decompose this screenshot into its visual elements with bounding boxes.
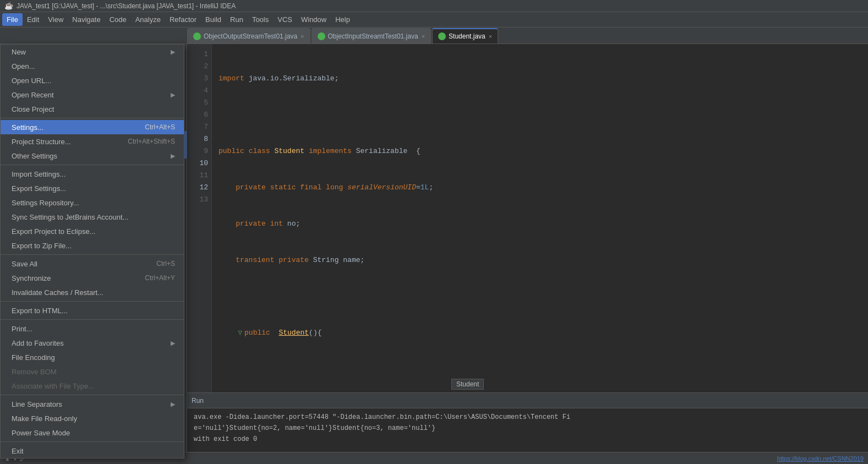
line-num-1: 1: [189, 48, 208, 61]
status-right: https://blog.csdn.net/CSNN2019: [777, 455, 864, 462]
menu-vcs[interactable]: VCS: [273, 13, 297, 26]
menu-open-recent-label: Open Recent: [12, 91, 54, 99]
menu-remove-bom[interactable]: Remove BOM: [1, 364, 184, 379]
menu-close-project[interactable]: Close Project: [1, 102, 184, 116]
tab-2-icon: [438, 32, 446, 40]
menu-line-separators[interactable]: Line Separators ▶: [1, 397, 184, 411]
sep-6: [1, 395, 184, 395]
tabs-bar: ObjectOutputStreamTest01.java × ObjectIn…: [0, 28, 868, 44]
tab-1-close[interactable]: ×: [422, 33, 425, 40]
menu-code[interactable]: Code: [105, 13, 131, 26]
menu-run[interactable]: Run: [226, 13, 248, 26]
menu-build[interactable]: Build: [201, 13, 226, 26]
menu-print-label: Print...: [12, 325, 32, 333]
line-numbers: 1 2 3 4 5 6 7 8 9 10 11 12 13: [187, 44, 212, 392]
menu-other-settings-arrow: ▶: [171, 152, 175, 160]
menu-project-structure-shortcut: Ctrl+Alt+Shift+S: [128, 138, 175, 145]
menu-open-recent[interactable]: Open Recent ▶: [1, 88, 184, 102]
line-num-7: 7: [189, 121, 208, 133]
code-line-9: [219, 363, 861, 375]
menu-line-separators-label: Line Separators: [12, 400, 62, 408]
menu-open-url[interactable]: Open URL...: [1, 73, 184, 88]
menu-power-save-label: Power Save Mode: [12, 429, 70, 437]
menu-power-save[interactable]: Power Save Mode: [1, 425, 184, 440]
menu-export-zip[interactable]: Export to Zip File...: [1, 238, 184, 253]
menu-make-read-only[interactable]: Make File Read-only: [1, 411, 184, 425]
menu-settings[interactable]: Settings... Ctrl+Alt+S: [1, 120, 184, 134]
menu-settings-repo[interactable]: Settings Repository...: [1, 195, 184, 210]
menu-save-all-label: Save All: [12, 260, 37, 268]
menu-bar: File Edit View Navigate Code Analyze Ref…: [0, 12, 868, 28]
line-num-5: 5: [189, 97, 208, 109]
menu-edit[interactable]: Edit: [23, 13, 43, 26]
menu-tools[interactable]: Tools: [248, 13, 273, 26]
menu-synchronize[interactable]: Synchronize Ctrl+Alt+Y: [1, 271, 184, 285]
tab-2-close[interactable]: ×: [489, 33, 492, 40]
menu-open-recent-arrow: ▶: [171, 91, 175, 99]
menu-window[interactable]: Window: [297, 13, 331, 26]
menu-import-settings[interactable]: Import Settings...: [1, 167, 184, 181]
sidebar: New ▶ Open... Open URL... Open Recent ▶ …: [0, 44, 187, 464]
line-num-8: 8: [189, 133, 208, 145]
menu-import-settings-label: Import Settings...: [12, 170, 65, 178]
menu-associate-file-type[interactable]: Associate with File Type...: [1, 379, 184, 393]
tab-1[interactable]: ObjectInputStreamtTest01.java ×: [312, 28, 432, 43]
sep-7: [1, 441, 184, 442]
menu-new[interactable]: New ▶: [1, 45, 184, 59]
title-text: JAVA_test1 [G:\JAVA_test] - ...\src\Stud…: [17, 2, 236, 10]
tab-0[interactable]: ObjectOutputStreamTest01.java ×: [187, 28, 310, 43]
menu-add-favorites[interactable]: Add to Favorites ▶: [1, 336, 184, 350]
code-line-7: [219, 291, 861, 303]
menu-open-url-label: Open URL...: [12, 77, 51, 85]
menu-invalidate-caches[interactable]: Invalidate Caches / Restart...: [1, 285, 184, 299]
menu-export-eclipse[interactable]: Export Project to Eclipse...: [1, 224, 184, 238]
tab-0-label: ObjectOutputStreamTest01.java: [204, 32, 297, 40]
tooltip: Student: [451, 379, 484, 390]
menu-analyze[interactable]: Analyze: [131, 13, 165, 26]
line-num-3: 3: [189, 73, 208, 85]
menu-add-favorites-label: Add to Favorites: [12, 339, 64, 347]
sep-1: [1, 118, 184, 118]
menu-settings-label: Settings...: [12, 123, 43, 132]
menu-view[interactable]: View: [43, 13, 68, 26]
menu-print[interactable]: Print...: [1, 321, 184, 336]
menu-export-html[interactable]: Export to HTML...: [1, 303, 184, 318]
line-num-2: 2: [189, 61, 208, 73]
menu-export-settings[interactable]: Export Settings...: [1, 181, 184, 195]
menu-other-settings[interactable]: Other Settings ▶: [1, 149, 184, 163]
app-icon: ☕: [4, 2, 13, 10]
sep-5: [1, 319, 184, 320]
tab-2[interactable]: Student.java ×: [432, 28, 498, 43]
menu-settings-shortcut: Ctrl+Alt+S: [145, 123, 175, 131]
code-line-1: import java.io.Serializable;: [219, 73, 861, 85]
code-content[interactable]: import java.io.Serializable; public clas…: [212, 44, 868, 392]
menu-close-project-label: Close Project: [12, 105, 54, 113]
file-dropdown-menu: New ▶ Open... Open URL... Open Recent ▶ …: [0, 44, 184, 458]
menu-file-encoding[interactable]: File Encoding: [1, 350, 184, 364]
menu-help[interactable]: Help: [331, 13, 354, 26]
menu-settings-repo-label: Settings Repository...: [12, 199, 79, 207]
menu-save-all-shortcut: Ctrl+S: [156, 260, 175, 268]
menu-refactor[interactable]: Refactor: [165, 13, 201, 26]
console-line-1: ava.exe -Didea.launcher.port=57448 "-Did…: [194, 412, 861, 423]
code-area[interactable]: 1 2 3 4 5 6 7 8 9 10 11 12 13 import jav…: [187, 44, 868, 392]
menu-sync-settings[interactable]: Sync Settings to JetBrains Account...: [1, 210, 184, 224]
console-tab-label[interactable]: Run: [192, 397, 204, 405]
menu-navigate[interactable]: Navigate: [68, 13, 105, 26]
menu-exit-label: Exit: [12, 447, 24, 455]
line-num-11: 11: [189, 170, 208, 182]
menu-open[interactable]: Open...: [1, 59, 184, 73]
menu-file[interactable]: File: [2, 13, 23, 26]
menu-project-structure[interactable]: Project Structure... Ctrl+Alt+Shift+S: [1, 134, 184, 149]
line-num-9: 9: [189, 145, 208, 157]
tab-0-close[interactable]: ×: [301, 33, 304, 40]
menu-save-all[interactable]: Save All Ctrl+S: [1, 256, 184, 271]
menu-synchronize-label: Synchronize: [12, 274, 51, 282]
code-line-3: public class Student implements Serializ…: [219, 145, 861, 157]
menu-exit[interactable]: Exit: [1, 444, 184, 458]
code-line-4: private static final long serialVersionU…: [219, 182, 861, 194]
tab-1-icon: [318, 32, 325, 40]
tab-1-label: ObjectInputStreamtTest01.java: [328, 32, 418, 40]
menu-make-read-only-label: Make File Read-only: [12, 414, 77, 423]
line-num-12: 12: [189, 182, 208, 194]
